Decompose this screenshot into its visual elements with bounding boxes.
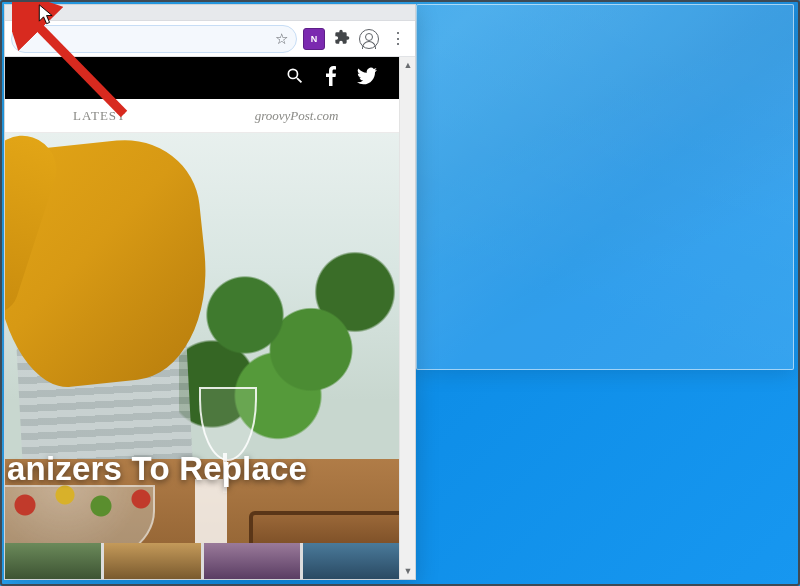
thumb-4[interactable] [303,543,399,579]
article-thumbstrip[interactable] [5,543,399,579]
hero-article[interactable]: anizers To Replace [5,133,399,579]
tab-latest[interactable]: LATEST [5,108,194,124]
browser-window: ☆ N ⋮ LATEST gro [4,4,416,580]
browser-toolbar: ☆ N ⋮ [5,21,415,57]
thumb-1[interactable] [5,543,101,579]
scroll-up-button[interactable]: ▲ [400,57,415,73]
thumb-2[interactable] [104,543,200,579]
site-subnav: LATEST groovyPost.com [5,99,399,133]
scroll-down-button[interactable]: ▼ [400,563,415,579]
search-icon[interactable] [285,66,305,91]
thumb-3[interactable] [204,543,300,579]
star-icon[interactable]: ☆ [275,30,288,48]
extensions-puzzle-icon[interactable] [331,29,353,49]
hero-headline: anizers To Replace [5,451,379,487]
aero-snap-preview [416,4,794,370]
webpage: LATEST groovyPost.com anizers To Replace [5,57,399,579]
wine-glass [191,387,261,507]
kebab-menu-icon[interactable]: ⋮ [387,31,409,47]
address-bar[interactable]: ☆ [11,25,297,53]
profile-avatar-icon[interactable] [359,29,381,49]
twitter-icon[interactable] [357,67,377,90]
site-brand-text[interactable]: groovyPost.com [194,108,399,124]
site-header-bar [5,57,399,99]
window-titlebar[interactable] [5,5,415,21]
onenote-extension-icon[interactable]: N [303,28,325,50]
vertical-scrollbar[interactable]: ▲ ▼ [399,57,415,579]
facebook-icon[interactable] [325,66,337,91]
browser-viewport: LATEST groovyPost.com anizers To Replace [5,57,415,579]
